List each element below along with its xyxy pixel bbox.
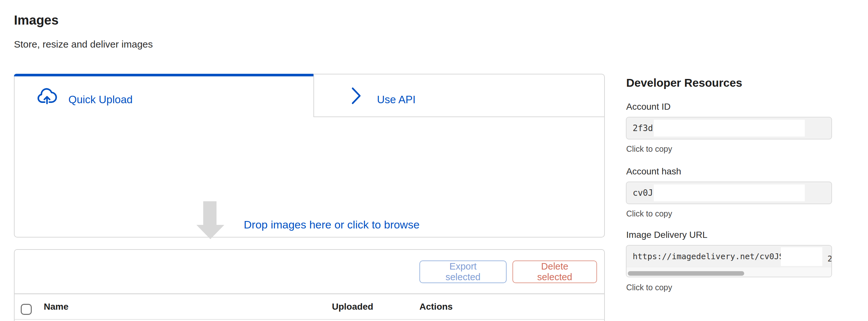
page-title: Images <box>14 13 59 28</box>
account-hash-value-box[interactable]: cv0J <box>626 182 832 204</box>
image-delivery-url-value-box[interactable]: https://imagedelivery.net/cv0JSj 2 <box>626 245 832 277</box>
developer-resources-heading: Developer Resources <box>626 76 742 89</box>
account-hash-label: Account hash <box>626 166 681 177</box>
account-hash-copy-hint: Click to copy <box>626 209 672 218</box>
tab-use-api-label: Use API <box>377 94 415 106</box>
header-row-border <box>14 319 604 320</box>
table-header-row: Name Uploaded Actions <box>14 294 604 319</box>
account-hash-redaction <box>654 184 805 201</box>
image-delivery-url-clipped-char: 2 <box>828 251 832 266</box>
export-selected-button[interactable]: Export selected <box>420 260 506 283</box>
down-arrow-icon <box>196 201 224 241</box>
account-id-value: 2f3d <box>633 117 653 139</box>
column-header-name: Name <box>44 301 68 312</box>
column-header-actions: Actions <box>420 301 453 312</box>
account-id-value-box[interactable]: 2f3d <box>626 117 832 139</box>
chevron-right-icon <box>351 87 362 106</box>
dropzone-label: Drop images here or click to browse <box>244 218 420 231</box>
image-dropzone[interactable]: Drop images here or click to browse <box>14 117 604 237</box>
url-scrollbar-thumb[interactable] <box>628 271 744 276</box>
image-delivery-url-value: https://imagedelivery.net/cv0JSj <box>633 246 789 267</box>
delete-selected-button[interactable]: Delete selected <box>513 260 597 283</box>
account-id-label: Account ID <box>626 102 671 112</box>
account-hash-value: cv0J <box>633 182 653 204</box>
tab-quick-upload[interactable]: Quick Upload <box>14 74 313 116</box>
tab-use-api[interactable]: Use API <box>314 74 604 116</box>
account-id-copy-hint: Click to copy <box>626 144 672 154</box>
tab-quick-upload-label: Quick Upload <box>68 94 132 106</box>
images-page: Images Store, resize and deliver images … <box>0 0 868 321</box>
images-table-card: Export selected Delete selected Name Upl… <box>14 249 605 321</box>
page-subtitle: Store, resize and deliver images <box>14 39 153 50</box>
upload-card: Quick Upload Use API Drop images here or… <box>14 74 605 238</box>
image-delivery-url-copy-hint: Click to copy <box>626 283 672 292</box>
account-id-redaction <box>654 120 805 137</box>
image-delivery-url-redaction <box>781 247 822 266</box>
cloud-upload-icon <box>36 88 57 106</box>
column-header-uploaded: Uploaded <box>332 301 373 312</box>
select-all-checkbox[interactable] <box>21 304 32 315</box>
image-delivery-url-label: Image Delivery URL <box>626 230 708 240</box>
